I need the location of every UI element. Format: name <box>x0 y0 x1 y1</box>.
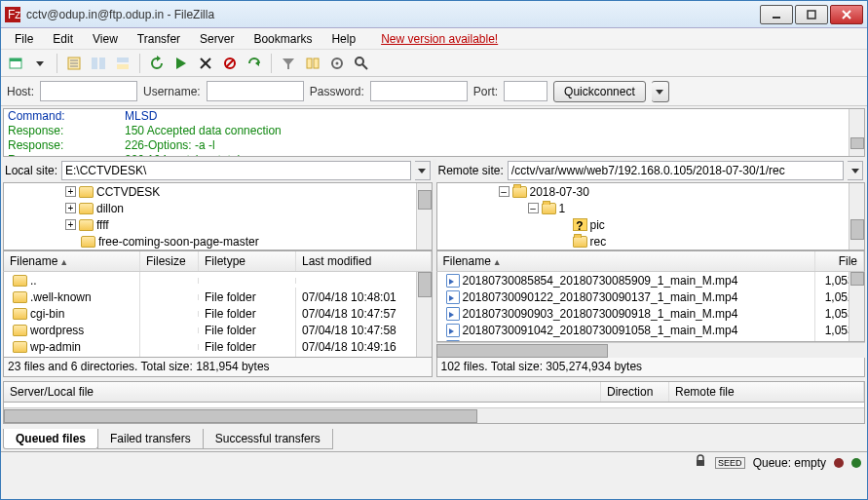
menu-file[interactable]: File <box>7 30 41 48</box>
remote-list-scrollbar[interactable] <box>849 272 864 341</box>
compare-icon[interactable] <box>302 53 323 74</box>
expander-icon[interactable]: – <box>528 203 539 213</box>
list-item[interactable]: .well-knownFile folder07/04/18 10:48:01 <box>4 288 432 305</box>
disconnect-icon[interactable] <box>219 53 241 74</box>
expander-icon[interactable]: + <box>65 219 76 230</box>
expander-icon[interactable]: + <box>65 203 76 213</box>
username-input[interactable] <box>207 81 304 101</box>
list-item[interactable]: 20180730090903_20180730090918_1_main_M.m… <box>437 305 865 322</box>
toggle-queue-icon[interactable] <box>112 53 133 74</box>
col-filename[interactable]: Filename▲ <box>4 251 140 271</box>
list-item[interactable]: wp-contentFile folder07/04/18 11:00:20 <box>4 355 432 358</box>
tree-item[interactable]: + CCTVDESK <box>4 183 432 200</box>
remote-file-list[interactable]: 20180730085854_20180730085909_1_main_M.m… <box>436 272 866 342</box>
remote-tree[interactable]: – 2018-07-30– 1 ? pic rec <box>436 182 866 250</box>
maximize-button[interactable] <box>795 5 828 24</box>
folder-icon <box>542 203 556 214</box>
svg-marker-8 <box>36 61 44 66</box>
sitemanager-dropdown-icon[interactable] <box>29 53 51 74</box>
remote-tree-scrollbar[interactable] <box>849 183 864 250</box>
svg-marker-33 <box>851 169 859 173</box>
remote-list-hscrollbar[interactable] <box>436 342 866 358</box>
list-item[interactable]: cgi-binFile folder07/04/18 10:47:57 <box>4 305 432 322</box>
svg-rect-7 <box>10 58 21 61</box>
port-input[interactable] <box>504 81 547 101</box>
list-item[interactable]: 20180730090122_20180730090137_1_main_M.m… <box>437 288 865 305</box>
list-item[interactable]: wordpressFile folder07/04/18 10:47:58 <box>4 322 432 338</box>
tab-queued[interactable]: Queued files <box>3 429 98 449</box>
list-item[interactable]: .. <box>4 272 432 288</box>
process-queue-icon[interactable] <box>170 53 192 74</box>
folder-icon <box>79 186 94 198</box>
list-item[interactable]: 20180730085854_20180730085909_1_main_M.m… <box>437 272 865 288</box>
tree-item[interactable]: – 2018-07-30 <box>437 183 865 200</box>
password-input[interactable] <box>370 81 468 101</box>
tree-item[interactable]: free-coming-soon-page-master <box>4 233 432 250</box>
tab-successful[interactable]: Successful transfers <box>203 429 333 449</box>
log-scrollbar[interactable] <box>849 109 864 156</box>
tree-item[interactable]: rec <box>437 233 865 250</box>
menu-transfer[interactable]: Transfer <box>130 30 188 48</box>
queue-header: Server/Local file Direction Remote file <box>3 381 865 403</box>
menu-server[interactable]: Server <box>192 30 242 48</box>
svg-point-29 <box>356 58 363 65</box>
tab-failed[interactable]: Failed transfers <box>97 429 204 449</box>
list-item[interactable]: 20180730091042_20180730091058_1_main_M.m… <box>437 322 865 338</box>
local-path-dropdown[interactable] <box>415 161 431 180</box>
queue-list[interactable] <box>3 403 865 424</box>
col-filesize[interactable]: Filesize <box>140 251 199 271</box>
sitemanager-icon[interactable] <box>5 53 26 74</box>
cancel-icon[interactable] <box>195 53 216 74</box>
app-icon: Fz <box>5 7 20 22</box>
remote-path-input[interactable] <box>508 161 844 180</box>
new-version-link[interactable]: New version available! <box>373 30 506 48</box>
minimize-button[interactable] <box>760 5 793 24</box>
svg-line-30 <box>362 64 367 69</box>
menu-bookmarks[interactable]: Bookmarks <box>245 30 320 48</box>
host-input[interactable] <box>40 81 137 101</box>
queue-hscrollbar[interactable] <box>4 407 864 423</box>
svg-rect-16 <box>117 64 129 69</box>
svg-line-5 <box>843 11 850 19</box>
local-path-input[interactable] <box>61 161 410 180</box>
menu-view[interactable]: View <box>85 30 126 48</box>
quickconnect-button[interactable]: Quickconnect <box>553 81 646 102</box>
col-filetype[interactable]: Filetype <box>199 251 296 271</box>
queue-status: Queue: empty <box>753 456 826 470</box>
close-button[interactable] <box>830 5 863 24</box>
col-serverlocal[interactable]: Server/Local file <box>4 382 601 402</box>
list-item[interactable]: wp-adminFile folder07/04/18 10:49:16 <box>4 338 432 355</box>
folder-icon <box>13 358 27 359</box>
col-lastmod[interactable]: Last modified <box>296 251 432 271</box>
quickconnect-dropdown[interactable] <box>652 81 669 102</box>
local-tree-scrollbar[interactable] <box>416 183 432 250</box>
col-remote-filename[interactable]: Filename▲ <box>437 251 816 271</box>
refresh-icon[interactable] <box>146 53 168 74</box>
filter-icon[interactable] <box>278 53 299 74</box>
toggle-log-icon[interactable] <box>63 53 85 74</box>
tree-item[interactable]: – 1 <box>437 200 865 216</box>
sync-browse-icon[interactable] <box>326 53 348 74</box>
local-list-scrollbar[interactable] <box>416 272 432 357</box>
svg-rect-34 <box>697 460 704 466</box>
col-remotefile[interactable]: Remote file <box>669 382 864 402</box>
search-icon[interactable] <box>351 53 372 74</box>
status-bar: SEED Queue: empty <box>1 451 867 473</box>
tree-item[interactable]: ? pic <box>437 216 865 233</box>
toggle-tree-icon[interactable] <box>88 53 109 74</box>
expander-icon[interactable]: + <box>65 186 76 197</box>
expander-icon[interactable]: – <box>499 186 509 197</box>
reconnect-icon[interactable] <box>244 53 265 74</box>
remote-path-dropdown[interactable] <box>848 161 863 180</box>
local-tree[interactable]: + CCTVDESK+ dillon+ ffff free-coming-soo… <box>3 182 433 250</box>
queue-tabs: Queued files Failed transfers Successful… <box>3 426 865 449</box>
folder-icon <box>573 236 587 248</box>
tree-item[interactable]: + ffff <box>4 216 432 233</box>
local-file-list[interactable]: ...well-knownFile folder07/04/18 10:48:0… <box>3 272 433 358</box>
menu-edit[interactable]: Edit <box>45 30 81 48</box>
col-remote-filesize[interactable]: File <box>815 251 864 271</box>
menu-help[interactable]: Help <box>323 30 363 48</box>
svg-line-22 <box>226 59 234 67</box>
tree-item[interactable]: + dillon <box>4 200 432 216</box>
col-direction[interactable]: Direction <box>601 382 669 402</box>
